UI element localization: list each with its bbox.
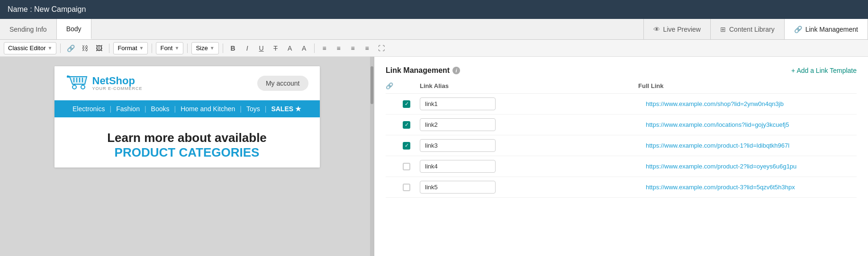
nav-sales: SALES ★ <box>266 105 306 113</box>
toolbar-separator-6 <box>314 44 315 53</box>
classic-editor-dropdown[interactable]: Classic Editor ▼ <box>4 42 56 54</box>
top-bar: Name : New Campaign <box>0 0 868 19</box>
email-header: NetShop YOUR E-COMMERCE My account <box>54 66 320 100</box>
my-account-button[interactable]: My account <box>257 76 308 91</box>
tab-bar: Sending Info Body 👁 Live Preview ⊞ Conte… <box>0 19 868 40</box>
netshop-logo-icon <box>66 74 89 93</box>
link-row: https://www.example.com/shop?lid=2ynw0n4… <box>386 94 857 115</box>
checkbox-wrap <box>403 100 420 108</box>
svg-rect-2 <box>76 78 77 82</box>
format-arrow-icon: ▼ <box>139 45 144 51</box>
checkbox-wrap <box>403 163 420 170</box>
link-checkbox[interactable] <box>403 121 410 129</box>
link-row: https://www.example.com/product-3?lid=5q… <box>386 177 857 198</box>
link-checkbox[interactable] <box>403 163 410 170</box>
full-link-text: https://www.example.com/locations?lid=go… <box>638 121 857 128</box>
fullscreen-btn[interactable]: ⛶ <box>375 42 388 54</box>
full-link-text: https://www.example.com/product-3?lid=5q… <box>638 184 857 191</box>
editor-pane: NetShop YOUR E-COMMERCE My account Elect… <box>0 57 374 256</box>
tab-live-preview[interactable]: 👁 Live Preview <box>644 19 711 39</box>
campaign-title: Name : New Campaign <box>8 5 86 14</box>
scroll-indicator <box>370 57 374 256</box>
size-dropdown[interactable]: Size ▼ <box>191 42 218 54</box>
full-link-header: Full Link <box>638 82 857 89</box>
full-link-text: https://www.example.com/product-1?lid=ld… <box>638 142 857 149</box>
tab-link-management[interactable]: 🔗 Link Management <box>785 19 868 39</box>
toolbar-separator <box>60 44 61 53</box>
size-arrow-icon: ▼ <box>210 45 215 51</box>
logo-text: NetShop YOUR E-COMMERCE <box>92 76 143 91</box>
scroll-thumb[interactable] <box>371 66 373 104</box>
toolbar-separator-4 <box>187 44 188 53</box>
link-checkbox[interactable] <box>403 100 410 108</box>
checkbox-wrap <box>403 121 420 129</box>
panel-title: Link Management i <box>386 66 460 75</box>
email-nav-bar: Electronics | Fashion | Books | Home and… <box>54 100 320 117</box>
logo-sub: YOUR E-COMMERCE <box>92 86 143 91</box>
format-dropdown[interactable]: Format ▼ <box>113 42 148 54</box>
logo-name: NetShop <box>92 76 143 86</box>
link-checkbox[interactable] <box>403 184 410 191</box>
link-alias-cell <box>420 118 638 131</box>
link-alias-cell <box>420 139 638 152</box>
bg-color-btn[interactable]: A <box>298 42 310 54</box>
table-header: 🔗 Link Alias Full Link <box>386 82 857 94</box>
nav-home-kitchen: Home and Kitchen <box>176 105 240 113</box>
hero-section: Learn more about available PRODUCT CATEG… <box>54 117 320 168</box>
logo-area: NetShop YOUR E-COMMERCE <box>66 74 143 93</box>
info-icon[interactable]: i <box>452 67 460 74</box>
strikethrough-btn[interactable]: T <box>270 42 282 54</box>
tab-content-library[interactable]: ⊞ Content Library <box>711 19 785 39</box>
chain-icon: 🔗 <box>386 82 393 89</box>
link-alias-input[interactable] <box>420 181 496 194</box>
unlink-toolbar-btn[interactable]: ⛓ <box>79 42 91 54</box>
grid-icon: ⊞ <box>720 26 726 33</box>
link-management-panel: Link Management i + Add a Link Template … <box>374 57 868 256</box>
tab-sending-info[interactable]: Sending Info <box>0 19 57 39</box>
svg-rect-4 <box>82 78 83 82</box>
main-layout: NetShop YOUR E-COMMERCE My account Elect… <box>0 57 868 256</box>
link-alias-header: Link Alias <box>420 82 638 89</box>
link-alias-input[interactable] <box>420 118 496 131</box>
link-alias-cell <box>420 97 638 110</box>
link-alias-cell <box>420 160 638 173</box>
link-row: https://www.example.com/locations?lid=go… <box>386 115 857 135</box>
align-center-btn[interactable]: ≡ <box>333 42 345 54</box>
italic-btn[interactable]: I <box>241 42 253 54</box>
nav-toys: Toys <box>242 105 265 113</box>
nav-books: Books <box>146 105 174 113</box>
right-tabs: 👁 Live Preview ⊞ Content Library 🔗 Link … <box>643 19 868 39</box>
link-alias-cell <box>420 181 638 194</box>
link-checkbox[interactable] <box>403 142 410 150</box>
full-link-text: https://www.example.com/shop?lid=2ynw0n4… <box>638 100 857 107</box>
svg-point-6 <box>81 85 85 89</box>
link-rows-container: https://www.example.com/shop?lid=2ynw0n4… <box>386 94 857 198</box>
toolbar-separator-3 <box>152 44 152 53</box>
link-alias-input[interactable] <box>420 160 496 173</box>
font-color-btn[interactable]: A <box>284 42 296 54</box>
svg-point-5 <box>72 85 76 89</box>
panel-header: Link Management i + Add a Link Template <box>386 66 857 75</box>
link-row: https://www.example.com/product-1?lid=ld… <box>386 135 857 156</box>
svg-rect-1 <box>73 78 74 82</box>
align-right-btn[interactable]: ≡ <box>347 42 359 54</box>
link-alias-input[interactable] <box>420 97 496 110</box>
link-row: https://www.example.com/product-2?lid=oy… <box>386 156 857 177</box>
dropdown-arrow-icon: ▼ <box>47 45 52 51</box>
tab-body[interactable]: Body <box>57 19 91 39</box>
link-alias-input[interactable] <box>420 139 496 152</box>
nav-electronics: Electronics <box>68 105 109 113</box>
align-left-btn[interactable]: ≡ <box>318 42 331 54</box>
editor-toolbar: Classic Editor ▼ 🔗 ⛓ 🖼 Format ▼ Font ▼ S… <box>0 40 868 57</box>
toolbar-separator-5 <box>223 44 223 53</box>
link-toolbar-btn[interactable]: 🔗 <box>64 42 77 54</box>
eye-icon: 👁 <box>653 26 660 33</box>
underline-btn[interactable]: U <box>255 42 268 54</box>
justify-btn[interactable]: ≡ <box>361 42 373 54</box>
add-link-template-button[interactable]: + Add a Link Template <box>791 67 857 74</box>
image-toolbar-btn[interactable]: 🖼 <box>93 42 105 54</box>
bold-btn[interactable]: B <box>227 42 239 54</box>
font-arrow-icon: ▼ <box>174 45 179 51</box>
link-icon: 🔗 <box>794 26 802 33</box>
font-dropdown[interactable]: Font ▼ <box>156 42 183 54</box>
